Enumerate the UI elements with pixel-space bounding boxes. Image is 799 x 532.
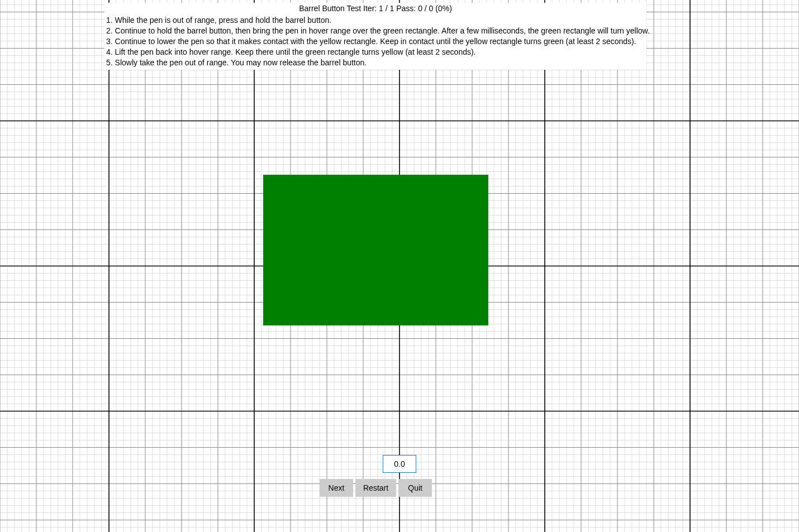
instructions-panel: Barrel Button Test Iter: 1 / 1 Pass: 0 /…: [104, 3, 646, 70]
readout-value: 0.0: [383, 455, 416, 473]
target-rectangle[interactable]: [263, 175, 488, 325]
test-title: Barrel Button Test Iter: 1 / 1 Pass: 0 /…: [104, 4, 646, 13]
instruction-2: 2. Continue to hold the barrel button, t…: [106, 26, 646, 36]
next-button[interactable]: Next: [320, 479, 353, 497]
instruction-5: 5. Slowly take the pen out of range. You…: [106, 57, 646, 68]
button-bar: Next Restart Quit: [320, 479, 432, 497]
instruction-1: 1. While the pen is out of range, press …: [106, 15, 646, 26]
quit-button[interactable]: Quit: [398, 479, 432, 497]
instruction-3: 3. Continue to lower the pen so that it …: [106, 36, 646, 47]
instructions-list: 1. While the pen is out of range, press …: [104, 15, 646, 68]
instruction-4: 4. Lift the pen back into hover range. K…: [106, 47, 646, 57]
restart-button[interactable]: Restart: [355, 479, 396, 497]
